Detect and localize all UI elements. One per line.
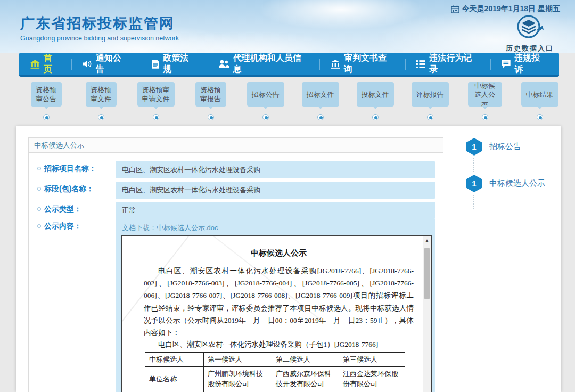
table-cell: 单位名称 — [145, 366, 204, 391]
nav-item-label: 首页 — [44, 53, 60, 75]
field-value: 电白区、潮安区农村一体化污水处理设备采购 — [116, 161, 435, 178]
tab-label: 中标候选人公示 — [472, 81, 498, 108]
scrollbar-thumb[interactable] — [424, 248, 430, 299]
nav-item-agencies[interactable]: 代理机构和人员信息 — [208, 53, 319, 75]
nav-item-label: 违法行为记录 — [429, 53, 479, 75]
tab-bid-document[interactable]: 招标文件 — [302, 82, 339, 107]
field-value: 电白区、潮安区农村一体化污水处理设备采购 — [116, 182, 435, 199]
document-scrollbar[interactable]: ▲ — [423, 236, 431, 392]
tab-label: 投标文件 — [362, 90, 389, 99]
tab-winner-candidates[interactable]: 中标候选人公示 — [468, 82, 502, 107]
candidates-table: 中标候选人 第一候选人 第二候选人 第三候选人 单位名称 广州鹏凯环境科技股份有… — [145, 352, 405, 392]
step-connector — [473, 195, 474, 209]
document-body: 中标候选人公示 电白区、潮安区农村一体化污水处理设备采购[JG2018-7766… — [122, 236, 422, 392]
nav-item-judgment-docs[interactable]: 审判文书查询 — [319, 53, 405, 75]
nav-item-complaints[interactable]: 违规投诉 — [490, 53, 559, 75]
tab-prequal-application[interactable]: 资格预审申请文件 — [137, 82, 175, 107]
sidebar-divider — [454, 133, 454, 392]
tab-tender-document[interactable]: 投标文件 — [357, 82, 394, 107]
table-cell: 广州鹏凯环境科技股份有限公司 — [204, 366, 272, 391]
process-timeline: 资格预审公告 资格预审文件 资格预审申请文件 资格预审报告 招标公告 招标文件 … — [19, 82, 559, 121]
main-card: 中标候选人公示 招标项目名称： 电白区、潮安区农村一体化污水处理设备采购 标段(… — [16, 126, 561, 392]
tab-prequal-announcement[interactable]: 资格预审公告 — [31, 82, 62, 107]
right-sidebar: 1 招标公告 1 中标候选人公示 — [466, 138, 557, 211]
home-icon — [30, 60, 40, 69]
timeline-dot — [317, 114, 324, 120]
nav-item-label: 审判文书查询 — [344, 53, 394, 75]
timeline-dot — [262, 114, 269, 120]
field-project-name: 招标项目名称： 电白区、潮安区农村一体化污水处理设备采购 — [29, 161, 443, 178]
timeline-dot — [482, 114, 488, 120]
site-subtitle: Guangdong province bidding and supervisi… — [20, 35, 179, 42]
tab-prequal-document[interactable]: 资格预审文件 — [86, 82, 117, 107]
nav-item-label: 通知公告 — [96, 53, 129, 75]
bullet-icon — [37, 187, 41, 191]
tab-label: 资格预审公告 — [35, 85, 58, 103]
nav-item-label: 代理机构和人员信息 — [233, 53, 309, 75]
step-connector — [473, 158, 474, 172]
sidebar-item-winner-candidates[interactable]: 1 中标候选人公示 — [466, 175, 557, 192]
table-cell: 广西威尔森环保科技开发有限公司 — [272, 366, 339, 391]
tab-evaluation-report[interactable]: 评标报告 — [412, 82, 449, 107]
nav-item-policies[interactable]: 政策法规 — [141, 53, 208, 75]
document-icon — [152, 60, 160, 69]
document-title: 中标候选人公示 — [144, 248, 414, 258]
field-announcement-content: 公示内容： 文档下载：中标候选人公示.doc 中标候选人公示 电白区、潮安区农村… — [29, 219, 443, 392]
nav-item-label: 违规投诉 — [514, 53, 548, 75]
sidebar-item-bid-announcement[interactable]: 1 招标公告 — [466, 138, 557, 156]
step-label: 中标候选人公示 — [489, 178, 545, 189]
nav-item-label: 政策法规 — [163, 53, 196, 75]
site-branding: 广东省招标投标监管网 Guangdong province bidding an… — [20, 14, 179, 42]
timeline-dot — [537, 114, 543, 120]
timeline-dot — [98, 114, 104, 120]
field-label: 公示类型： — [29, 202, 116, 216]
tab-label: 招标公告 — [252, 90, 280, 99]
field-label-text: 公示内容： — [44, 219, 81, 233]
current-date-text: 今天是2019年1月18日 星期五 — [462, 4, 560, 14]
tab-label: 资格预审申请文件 — [142, 85, 170, 103]
timeline-dot — [43, 114, 50, 120]
field-label-text: 公示类型： — [44, 202, 81, 216]
document-preview: 中标候选人公示 电白区、潮安区农村一体化污水处理设备采购[JG2018-7766… — [121, 235, 432, 392]
step-badge: 1 — [466, 138, 482, 156]
document-paragraph: 电白区、潮安区农村一体化污水处理设备采购[JG2018-7766]、[JG201… — [144, 265, 414, 339]
field-value: 文档下载：中标候选人公示.doc 中标候选人公示 电白区、潮安区农村一体化污水处… — [116, 219, 435, 392]
table-header-cell: 中标候选人 — [145, 353, 204, 367]
timeline-dot — [153, 114, 159, 120]
nav-item-violations[interactable]: 违法行为记录 — [405, 53, 490, 75]
nav-item-notices[interactable]: 通知公告 — [71, 53, 141, 75]
table-cell: 江西金达莱环保股份有限公司 — [339, 366, 405, 391]
tab-bid-announcement[interactable]: 招标公告 — [247, 82, 284, 107]
tab-prequal-report[interactable]: 资格预审报告 — [195, 82, 226, 107]
table-row: 单位名称 广州鹏凯环境科技股份有限公司 广西威尔森环保科技开发有限公司 江西金达… — [145, 366, 405, 391]
history-data-icon — [515, 14, 544, 40]
field-section-name: 标段(包)名称： 电白区、潮安区农村一体化污水处理设备采购 — [29, 182, 443, 199]
date-bar: 今天是2019年1月18日 星期五 — [451, 4, 560, 14]
bullet-icon — [37, 167, 41, 170]
history-data-entry-label: 历史数据入口 — [500, 44, 559, 53]
table-header-cell: 第一候选人 — [204, 353, 272, 367]
bullet-icon — [37, 224, 41, 228]
field-announcement-type: 公示类型： 正常 — [29, 202, 443, 219]
speaker-icon — [83, 60, 92, 68]
step-badge: 1 — [466, 175, 482, 192]
page: 今天是2019年1月18日 星期五 广东省招标投标监管网 Guangdong p… — [0, 0, 575, 392]
history-data-entry[interactable]: 历史数据入口 — [500, 14, 559, 53]
table-row: 中标候选人 第一候选人 第二候选人 第三候选人 — [145, 353, 405, 367]
tab-label: 招标文件 — [307, 90, 334, 99]
timeline-dot — [427, 114, 433, 120]
main-nav: 首页 通知公告 政策法规 — [19, 53, 559, 77]
content-panel: 中标候选人公示 招标项目名称： 电白区、潮安区农村一体化污水处理设备采购 标段(… — [28, 137, 443, 392]
nav-item-home[interactable]: 首页 — [19, 53, 71, 75]
field-label-text: 标段(包)名称： — [44, 182, 94, 196]
document-subpackage-line: 电白区、潮安区农村一体化污水处理设备采购（子包1）[JG2018-7766] — [144, 339, 414, 351]
header-banner: 今天是2019年1月18日 星期五 广东省招标投标监管网 Guangdong p… — [0, 0, 575, 53]
timeline-dot — [208, 114, 214, 120]
bullet-icon — [37, 207, 41, 211]
tab-label: 中标结果 — [526, 90, 554, 99]
tab-bid-result[interactable]: 中标结果 — [521, 82, 558, 107]
doc-download-link[interactable]: 文档下载：中标候选人公示.doc — [116, 222, 225, 235]
tab-label: 资格预审报告 — [200, 85, 222, 103]
scrollbar-up-arrow[interactable]: ▲ — [423, 236, 431, 244]
field-label: 标段(包)名称： — [29, 182, 116, 196]
